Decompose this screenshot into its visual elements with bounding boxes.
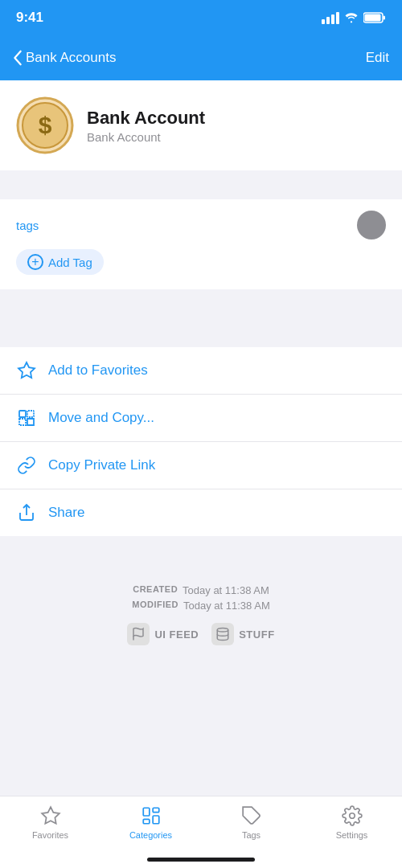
tags-tab-icon [240, 805, 263, 827]
modified-key: MODIFIED [132, 600, 178, 612]
action-favorites[interactable]: Add to Favorites [0, 347, 402, 395]
add-tag-button[interactable]: + Add Tag [16, 249, 104, 275]
stuff-label: STUFF [239, 628, 274, 641]
svg-point-18 [349, 813, 355, 819]
svg-rect-14 [153, 808, 159, 812]
tags-label: tags [16, 219, 39, 232]
section-divider-2 [0, 289, 402, 318]
created-value: Today at 11:38 AM [183, 584, 269, 596]
categories-tab-label: Categories [129, 830, 172, 840]
settings-tab-icon [341, 805, 363, 827]
uifeed-label: UI FEED [154, 628, 199, 641]
tab-favorites[interactable]: Favorites [0, 805, 100, 840]
svg-rect-13 [143, 808, 150, 816]
home-indicator [147, 858, 255, 862]
action-share[interactable]: Share [0, 489, 402, 536]
favorites-tab-label: Favorites [32, 830, 68, 840]
tags-section: tags + Add Tag [0, 199, 402, 289]
wifi-icon [344, 12, 359, 23]
status-icons [322, 12, 386, 24]
favorites-label: Add to Favorites [48, 362, 148, 379]
tab-categories[interactable]: Categories [100, 805, 201, 840]
account-subtitle: Bank Account [87, 130, 205, 144]
back-chevron-icon [13, 50, 23, 66]
back-label: Bank Accounts [26, 50, 116, 66]
svg-text:$: $ [39, 112, 52, 138]
plus-icon: + [27, 254, 43, 270]
svg-marker-6 [18, 362, 35, 378]
tags-tab-label: Tags [242, 830, 260, 840]
meta-section: CREATED Today at 11:38 AM MODIFIED Today… [0, 565, 402, 665]
meta-tags-row: UI FEED STUFF [16, 623, 386, 645]
meta-tag-uifeed: UI FEED [127, 623, 199, 645]
tab-settings[interactable]: Settings [302, 805, 402, 840]
svg-rect-1 [365, 14, 381, 22]
svg-point-11 [217, 628, 228, 633]
account-header: $ Bank Account Bank Account [0, 80, 402, 170]
created-key: CREATED [133, 584, 178, 596]
signal-icon [322, 12, 339, 24]
tags-header: tags [16, 211, 386, 240]
add-tag-label: Add Tag [48, 256, 92, 269]
account-name: Bank Account [87, 108, 205, 129]
battery-icon [363, 12, 386, 23]
action-copy-link[interactable]: Copy Private Link [0, 442, 402, 489]
move-copy-label: Move and Copy... [48, 410, 154, 426]
section-divider-1 [0, 170, 402, 199]
tags-color-dot [357, 211, 386, 240]
back-button[interactable]: Bank Accounts [13, 50, 116, 66]
account-info: Bank Account Bank Account [87, 108, 205, 144]
tab-tags[interactable]: Tags [201, 805, 302, 840]
account-icon: $ [16, 96, 74, 154]
svg-rect-8 [27, 411, 34, 417]
svg-marker-12 [42, 807, 59, 824]
edit-button[interactable]: Edit [366, 50, 389, 66]
stuff-icon [211, 623, 234, 645]
link-icon [16, 455, 37, 476]
share-label: Share [48, 505, 84, 521]
svg-rect-2 [384, 16, 386, 20]
categories-tab-icon [140, 805, 162, 827]
action-move-copy[interactable]: Move and Copy... [0, 395, 402, 442]
actions-section: Add to Favorites Move and Copy... Copy P… [0, 347, 402, 536]
status-time: 9:41 [16, 10, 43, 26]
created-row: CREATED Today at 11:38 AM [16, 584, 386, 596]
svg-rect-15 [153, 816, 159, 824]
settings-tab-label: Settings [336, 830, 368, 840]
svg-rect-16 [143, 819, 150, 823]
share-icon [16, 502, 37, 523]
favorites-tab-icon [39, 805, 62, 827]
status-bar: 9:41 [0, 0, 402, 35]
move-icon [16, 407, 37, 428]
nav-bar: Bank Accounts Edit [0, 35, 402, 80]
modified-value: Today at 11:38 AM [183, 600, 270, 612]
star-icon [16, 360, 37, 381]
copy-link-label: Copy Private Link [48, 457, 155, 473]
uifeed-icon [127, 623, 150, 645]
modified-row: MODIFIED Today at 11:38 AM [16, 600, 386, 612]
meta-tag-stuff: STUFF [211, 623, 274, 645]
svg-rect-7 [19, 411, 26, 417]
